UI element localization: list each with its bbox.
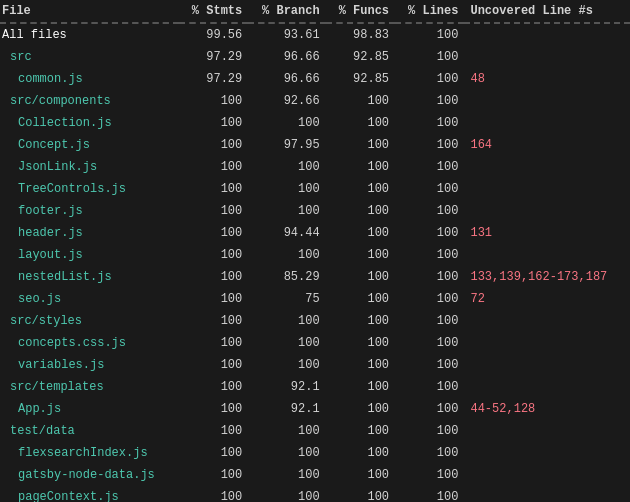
table-row: seo.js1007510010072 — [0, 288, 630, 310]
cell-branch: 94.44 — [248, 222, 325, 244]
cell-stmts: 100 — [179, 90, 248, 112]
cell-uncovered — [464, 112, 630, 134]
cell-file: nestedList.js — [0, 266, 179, 288]
cell-branch: 100 — [248, 420, 325, 442]
cell-uncovered — [464, 442, 630, 464]
cell-file: src/templates — [0, 376, 179, 398]
col-lines: % Lines — [395, 0, 464, 23]
cell-funcs: 92.85 — [326, 46, 395, 68]
cell-uncovered — [464, 178, 630, 200]
cell-stmts: 97.29 — [179, 68, 248, 90]
cell-funcs: 92.85 — [326, 68, 395, 90]
coverage-table: File % Stmts % Branch % Funcs % Lines Un… — [0, 0, 630, 502]
table-row: src/styles100100100100 — [0, 310, 630, 332]
cell-funcs: 100 — [326, 442, 395, 464]
cell-branch: 97.95 — [248, 134, 325, 156]
cell-funcs: 100 — [326, 266, 395, 288]
table-row: src/components10092.66100100 — [0, 90, 630, 112]
table-header: File % Stmts % Branch % Funcs % Lines Un… — [0, 0, 630, 23]
cell-branch: 96.66 — [248, 46, 325, 68]
cell-uncovered — [464, 310, 630, 332]
cell-branch: 92.1 — [248, 398, 325, 420]
cell-uncovered — [464, 486, 630, 502]
table-row: Collection.js100100100100 — [0, 112, 630, 134]
cell-branch: 100 — [248, 178, 325, 200]
cell-funcs: 100 — [326, 222, 395, 244]
cell-uncovered — [464, 332, 630, 354]
cell-funcs: 100 — [326, 200, 395, 222]
table-row: test/data100100100100 — [0, 420, 630, 442]
cell-lines: 100 — [395, 332, 464, 354]
cell-lines: 100 — [395, 90, 464, 112]
cell-funcs: 100 — [326, 376, 395, 398]
cell-stmts: 100 — [179, 244, 248, 266]
cell-file: gatsby-node-data.js — [0, 464, 179, 486]
cell-stmts: 100 — [179, 134, 248, 156]
cell-funcs: 100 — [326, 420, 395, 442]
cell-branch: 100 — [248, 310, 325, 332]
cell-uncovered: 48 — [464, 68, 630, 90]
cell-stmts: 100 — [179, 464, 248, 486]
cell-lines: 100 — [395, 266, 464, 288]
cell-file: footer.js — [0, 200, 179, 222]
cell-stmts: 100 — [179, 266, 248, 288]
cell-stmts: 100 — [179, 156, 248, 178]
cell-uncovered — [464, 244, 630, 266]
cell-uncovered — [464, 464, 630, 486]
cell-funcs: 100 — [326, 310, 395, 332]
cell-lines: 100 — [395, 222, 464, 244]
cell-stmts: 100 — [179, 442, 248, 464]
cell-branch: 100 — [248, 156, 325, 178]
cell-branch: 100 — [248, 464, 325, 486]
cell-stmts: 100 — [179, 354, 248, 376]
cell-stmts: 100 — [179, 200, 248, 222]
cell-funcs: 100 — [326, 178, 395, 200]
cell-lines: 100 — [395, 354, 464, 376]
cell-file: test/data — [0, 420, 179, 442]
cell-lines: 100 — [395, 398, 464, 420]
table-row: JsonLink.js100100100100 — [0, 156, 630, 178]
cell-stmts: 100 — [179, 178, 248, 200]
cell-stmts: 100 — [179, 420, 248, 442]
cell-file: seo.js — [0, 288, 179, 310]
cell-file: src/components — [0, 90, 179, 112]
cell-file: pageContext.js — [0, 486, 179, 502]
col-branch: % Branch — [248, 0, 325, 23]
table-row: concepts.css.js100100100100 — [0, 332, 630, 354]
cell-branch: 100 — [248, 200, 325, 222]
cell-lines: 100 — [395, 112, 464, 134]
cell-lines: 100 — [395, 46, 464, 68]
cell-funcs: 100 — [326, 354, 395, 376]
cell-stmts: 100 — [179, 376, 248, 398]
col-file: File — [0, 0, 179, 23]
cell-lines: 100 — [395, 310, 464, 332]
cell-file: Concept.js — [0, 134, 179, 156]
cell-file: All files — [0, 23, 179, 46]
cell-branch: 75 — [248, 288, 325, 310]
cell-lines: 100 — [395, 376, 464, 398]
cell-lines: 100 — [395, 464, 464, 486]
cell-stmts: 100 — [179, 398, 248, 420]
cell-file: src/styles — [0, 310, 179, 332]
cell-stmts: 97.29 — [179, 46, 248, 68]
cell-uncovered: 44-52,128 — [464, 398, 630, 420]
cell-uncovered — [464, 46, 630, 68]
cell-lines: 100 — [395, 288, 464, 310]
table-row: layout.js100100100100 — [0, 244, 630, 266]
cell-funcs: 100 — [326, 244, 395, 266]
table-row: src/templates10092.1100100 — [0, 376, 630, 398]
table-row: nestedList.js10085.29100100133,139,162-1… — [0, 266, 630, 288]
cell-branch: 93.61 — [248, 23, 325, 46]
cell-lines: 100 — [395, 486, 464, 502]
cell-file: common.js — [0, 68, 179, 90]
cell-uncovered: 72 — [464, 288, 630, 310]
cell-stmts: 100 — [179, 112, 248, 134]
cell-lines: 100 — [395, 442, 464, 464]
cell-branch: 100 — [248, 244, 325, 266]
table-row: TreeControls.js100100100100 — [0, 178, 630, 200]
cell-branch: 92.66 — [248, 90, 325, 112]
table-row: header.js10094.44100100131 — [0, 222, 630, 244]
cell-file: variables.js — [0, 354, 179, 376]
table-row: common.js97.2996.6692.8510048 — [0, 68, 630, 90]
cell-file: Collection.js — [0, 112, 179, 134]
